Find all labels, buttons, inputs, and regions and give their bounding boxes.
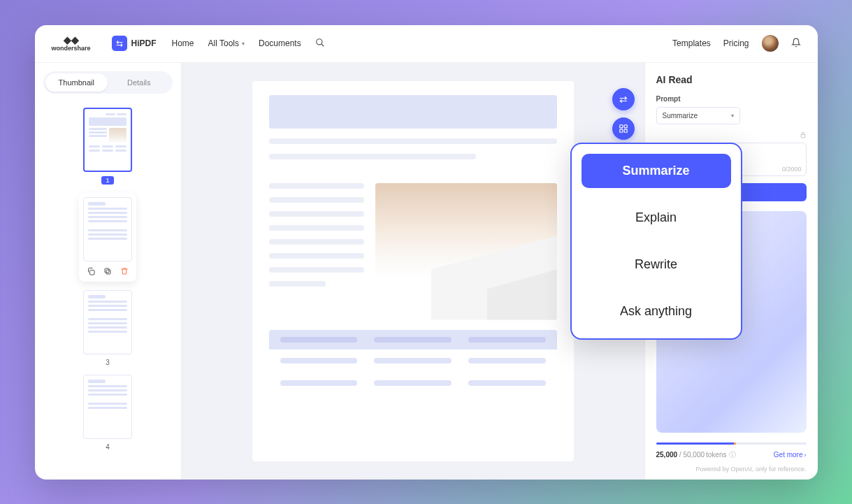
thumbnail-page-1[interactable] <box>83 108 132 172</box>
ai-read-title: AI Read <box>656 74 807 85</box>
thumbnail-actions <box>83 261 132 282</box>
hipdf-label: HiPDF <box>131 38 157 48</box>
thumb-wrap-3: 3 <box>83 290 132 366</box>
avatar[interactable] <box>762 35 779 52</box>
option-ask[interactable]: Ask anything <box>582 294 731 329</box>
copy-icon[interactable] <box>87 267 95 278</box>
th-cell <box>280 337 358 343</box>
token-text: 25,000 / 50,000tokensⓘ <box>656 450 736 460</box>
svg-rect-3 <box>624 124 627 127</box>
text-line <box>269 138 557 144</box>
tokens-used: 25,000 <box>656 451 678 459</box>
hipdf-icon: ⇆ <box>112 36 127 51</box>
thumb-wrap-4: 4 <box>83 375 132 451</box>
prompt-label: Prompt <box>656 95 807 103</box>
token-row: 25,000 / 50,000tokensⓘ Get more › <box>656 450 807 460</box>
td-cell <box>374 358 452 363</box>
app-window: ◆◆ wondershare ⇆ HiPDF Home All Tools ▾ … <box>35 25 818 480</box>
thumbnail-page-3[interactable] <box>83 290 132 354</box>
text-column <box>269 183 364 320</box>
text-line <box>269 211 364 217</box>
tokens-label: tokens <box>706 451 726 459</box>
select-value: Summarize <box>663 112 698 120</box>
nav-documents[interactable]: Documents <box>259 38 301 48</box>
chevron-right-icon: › <box>804 452 807 459</box>
sidebar-tabs: Thumbnail Details <box>43 71 173 94</box>
th-cell <box>468 337 546 343</box>
wondershare-logo[interactable]: ◆◆ wondershare <box>52 35 91 52</box>
option-explain[interactable]: Explain <box>582 201 731 235</box>
content-row <box>269 183 557 320</box>
nav-primary: Home All Tools ▾ Documents <box>172 38 325 50</box>
tab-thumbnail[interactable]: Thumbnail <box>45 73 108 92</box>
nav-all-tools[interactable]: All Tools ▾ <box>208 38 245 48</box>
td-cell <box>468 380 546 386</box>
wondershare-label: wondershare <box>52 45 91 52</box>
thumb-wrap-2 <box>79 193 136 282</box>
text-line <box>269 183 364 189</box>
td-cell <box>374 380 452 386</box>
powered-by: Powered by OpenAI, only for reference. <box>656 466 807 473</box>
svg-rect-5 <box>624 129 627 132</box>
tab-details[interactable]: Details <box>108 73 171 92</box>
get-more-link[interactable]: Get more › <box>774 451 807 459</box>
nav-pricing[interactable]: Pricing <box>723 38 749 48</box>
bell-icon[interactable] <box>791 38 801 50</box>
text-line <box>269 197 364 203</box>
svg-line-1 <box>321 43 324 46</box>
svg-point-0 <box>316 38 322 44</box>
info-icon[interactable]: ⓘ <box>729 451 736 459</box>
token-progress <box>656 442 807 445</box>
swap-button[interactable]: ⇄ <box>612 88 635 110</box>
td-cell <box>280 380 358 386</box>
left-sidebar: Thumbnail Details 1 <box>35 63 182 480</box>
nav-home[interactable]: Home <box>172 38 194 48</box>
text-line <box>269 239 364 245</box>
svg-rect-4 <box>619 129 622 132</box>
document-page <box>252 81 574 461</box>
lock-icon <box>800 131 807 140</box>
delete-icon[interactable] <box>120 267 129 278</box>
svg-rect-8 <box>106 270 110 274</box>
wondershare-icon: ◆◆ <box>64 35 79 45</box>
th-cell <box>374 337 452 343</box>
chevron-down-icon: ▾ <box>242 41 245 47</box>
duplicate-icon[interactable] <box>103 267 112 278</box>
hero-placeholder <box>269 95 557 129</box>
nav-secondary: Templates Pricing <box>672 35 800 52</box>
text-line <box>269 253 364 259</box>
nav-templates[interactable]: Templates <box>672 38 711 48</box>
text-line <box>269 225 364 231</box>
hipdf-badge[interactable]: ⇆ HiPDF <box>109 33 159 54</box>
prompt-dropdown: Summarize Explain Rewrite Ask anything <box>570 143 742 340</box>
option-summarize[interactable]: Summarize <box>582 154 731 188</box>
header: ◆◆ wondershare ⇆ HiPDF Home All Tools ▾ … <box>35 25 818 63</box>
svg-rect-6 <box>90 270 95 275</box>
apps-button[interactable] <box>612 117 635 140</box>
char-counter: 0/2000 <box>782 166 802 173</box>
table-row <box>269 350 557 372</box>
table-header <box>269 330 557 350</box>
tokens-total: 50,000 <box>683 451 705 459</box>
float-buttons: ⇄ <box>612 88 635 140</box>
thumbnail-page-2[interactable] <box>83 197 132 261</box>
search-icon[interactable] <box>315 38 325 50</box>
logo-group: ◆◆ wondershare <box>52 35 91 52</box>
page-number-4: 4 <box>106 443 110 451</box>
text-line <box>269 281 326 287</box>
option-rewrite[interactable]: Rewrite <box>582 247 731 282</box>
table-row <box>269 372 557 394</box>
svg-rect-2 <box>619 124 622 127</box>
page-number-1: 1 <box>101 176 113 185</box>
image-placeholder <box>375 183 557 320</box>
thumbnails: 1 <box>35 102 181 480</box>
svg-rect-9 <box>801 134 805 137</box>
td-cell <box>280 358 358 363</box>
thumbnail-page-4[interactable] <box>83 375 132 439</box>
text-line <box>269 154 477 159</box>
td-cell <box>468 358 546 363</box>
text-line <box>269 267 364 273</box>
svg-rect-7 <box>105 268 109 273</box>
prompt-select[interactable]: Summarize ▾ <box>656 107 740 124</box>
chevron-down-icon: ▾ <box>731 113 734 119</box>
